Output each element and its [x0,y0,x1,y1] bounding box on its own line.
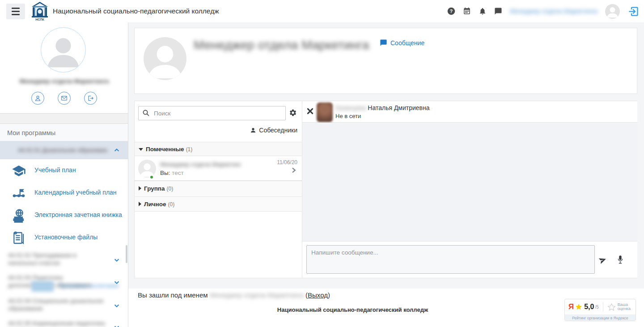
logout-icon[interactable] [627,5,640,17]
search-input[interactable] [138,106,286,120]
topbar: НСПК Национальный социально-педагогическ… [0,0,644,22]
chat-contact-avatar [317,102,333,122]
chat-messages-area[interactable] [302,123,637,242]
profile-page-title: Менеджер отдела Маркетинга [194,38,369,52]
star-outline-icon[interactable] [607,303,616,311]
close-icon[interactable] [307,108,314,115]
chat-header: Казанцева Наталья Дмитриевна Не в сети [302,101,637,123]
section-count: (0) [168,201,175,208]
conversation-date: 11/06/20 [277,159,297,166]
selected-program-item[interactable]: 44.02.01 Дошкольное образование [0,141,128,159]
exit-icon [87,95,94,102]
svg-text:?: ? [450,8,453,14]
profile-button[interactable] [31,92,44,105]
sidebar-item-label: Учебный план [34,166,76,174]
topbar-user-name[interactable]: Менеджер отдела Маркетинга [510,8,597,15]
graduation-cap-icon [12,164,26,178]
profile-avatar [144,37,186,80]
search-icon [142,109,150,117]
section-label: Личное [144,201,166,208]
section-label: Помеченные [146,146,184,153]
sidebar-program-collapsed[interactable]: 44.02.04 Специальное дошкольное образова… [0,297,128,319]
sidebar-profile-actions [0,92,128,105]
program-thumbnail [31,281,54,292]
section-private[interactable]: Личное(0) [135,196,302,212]
sidebar-program-collapsed[interactable]: 44.02.02 Преподавание в начальных класса… [0,251,128,273]
notifications-bell-icon[interactable] [479,7,487,15]
sidebar-logout-button[interactable] [84,92,97,105]
logged-in-prefix: Вы зашли под именем [138,291,208,299]
chevron-right-icon [291,167,297,173]
chat-column: Казанцева Наталья Дмитриевна Не в сети [302,101,637,278]
logged-in-line: Вы зашли под именем Менеджер отдела Марк… [138,291,330,299]
sidebar-program-collapsed[interactable]: 44.02.03 Педагогика дополнительного обра… [0,274,128,296]
conversation-avatar [138,160,156,178]
contact-person-icon [250,127,256,133]
microphone-icon[interactable] [617,255,624,264]
section-label: Группа [144,185,165,192]
send-icon[interactable] [598,256,607,264]
conversation-name: Менеджер отдела Маркетинга [160,161,241,168]
speech-bubble-icon [380,39,387,47]
sidebar-item-label: Электронная зачетная книжка [34,211,122,218]
rating-score: 5,0 [584,303,594,311]
messenger-panel: Собеседники Помеченные(1) Менеджер отдел… [134,101,637,278]
sidebar-scrollbar-thumb[interactable] [126,245,127,263]
hamburger-menu-button[interactable] [6,4,25,19]
yandex-widget-caption: Рейтинг организации в Яндексе [565,314,636,321]
envelope-icon [61,95,68,102]
program-label: 44.02.04 Специальное дошкольное образова… [8,297,106,312]
sidebar-user-name: Менеджер отдела Маркетинга [0,78,128,85]
message-input[interactable] [306,245,595,274]
contacts-link[interactable]: Собеседники [250,127,297,134]
chevron-down-icon [114,302,120,309]
sidebar-item-gradebook[interactable]: Электронная зачетная книжка [0,204,128,226]
college-logo: НСПК [30,1,49,21]
section-starred[interactable]: Помеченные(1) [135,142,302,156]
documents-icon [12,231,26,245]
send-message-link[interactable]: Сообщение [380,39,424,47]
logout-link[interactable]: Выход [308,291,328,299]
section-group[interactable]: Группа(0) [135,181,302,196]
message-link-label: Сообщение [390,39,424,47]
help-icon[interactable]: ? [447,7,455,15]
sidebar: Менеджер отдела Маркетинга Мои программы… [0,22,128,327]
caret-right-icon [139,186,141,191]
your-rating-label: Вашаоценка [618,303,631,311]
chat-contact-status: Не в сети [335,113,361,119]
program-label: 44.02.02 Преподавание в начальных класса… [8,251,106,267]
mail-button[interactable] [58,92,71,105]
yandex-rating-widget[interactable]: Я 5,0 /5 Вашаоценка Рейтинг организации … [564,299,636,321]
contacts-label: Собеседники [259,127,297,134]
sidebar-program-collapsed[interactable]: 44.02.05 Коррекционная педагогика в клас… [0,319,128,327]
program-sub-link[interactable]: Программа воспитания [58,283,119,289]
chat-contact-name: Казанцева Наталья Дмитриевна [335,104,430,111]
caret-right-icon [139,202,141,206]
svg-text:НСПК: НСПК [35,18,44,21]
selected-program-label: 44.02.01 Дошкольное образование [18,147,107,153]
conversation-list-item[interactable]: Менеджер отдела Маркетинга Вы: тест 11/0… [135,156,302,181]
user-icon [34,95,41,102]
yandex-logo-letter: Я [568,302,574,311]
chevron-down-icon [114,324,120,327]
timeline-flag-icon [12,186,26,200]
person-icon [43,30,83,70]
sidebar-avatar[interactable] [41,27,86,72]
topbar-avatar[interactable] [605,4,620,19]
chevron-down-icon [114,257,120,263]
section-count: (1) [186,146,193,153]
gear-icon[interactable] [289,109,297,117]
sidebar-item-curriculum[interactable]: Учебный план [0,159,128,182]
globe-books-icon [12,208,26,223]
my-programs-header: Мои программы [0,124,128,141]
messages-icon[interactable] [494,7,502,15]
person-icon [138,160,156,178]
chevron-up-icon [114,147,120,153]
calendar-icon[interactable] [463,7,471,15]
chevron-down-icon [114,279,120,285]
footer-college-name: Национальный социально-педагогический ко… [128,306,577,313]
search-box [138,106,286,120]
program-label: 44.02.05 Коррекционная педагогика в клас… [8,319,106,327]
sidebar-item-calendar-curriculum[interactable]: Календарный учебный план [0,182,128,204]
sidebar-item-setup-files[interactable]: Установочные файлы [0,226,128,249]
